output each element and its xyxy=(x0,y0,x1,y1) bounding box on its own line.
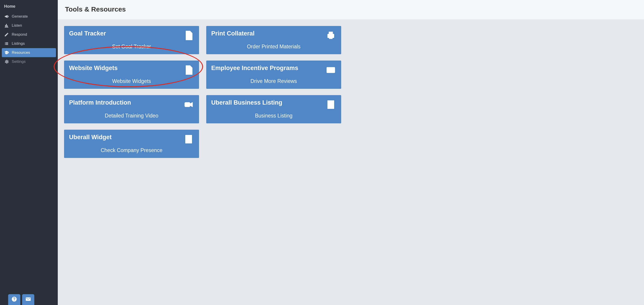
envelope-icon xyxy=(25,296,31,303)
sidebar-item-label: Listen xyxy=(12,23,22,28)
svg-rect-9 xyxy=(330,107,332,109)
svg-point-0 xyxy=(187,35,188,36)
card-uberall-widget[interactable]: Uberall Widget xyxy=(64,130,199,158)
card-platform-introduction[interactable]: Platform Introduction Detailed Training … xyxy=(64,95,199,123)
card-subtitle: Detailed Training Video xyxy=(69,113,194,119)
svg-rect-10 xyxy=(329,102,330,103)
card-title: Uberall Business Listing xyxy=(211,99,282,106)
svg-rect-3 xyxy=(329,37,332,39)
svg-rect-6 xyxy=(328,71,330,72)
svg-rect-13 xyxy=(329,103,330,104)
card-uberall-business-listing[interactable]: Uberall Business Listing xyxy=(206,95,341,123)
card-title: Uberall Widget xyxy=(69,134,112,141)
card-subtitle: Business Listing xyxy=(211,113,336,119)
svg-rect-20 xyxy=(188,141,190,143)
credit-card-icon xyxy=(326,65,336,76)
building-icon xyxy=(183,134,194,145)
svg-rect-21 xyxy=(187,137,188,138)
svg-rect-26 xyxy=(190,138,190,139)
card-title: Employee Incentive Programs xyxy=(211,65,298,72)
megaphone-icon xyxy=(4,14,9,19)
card-employee-incentive[interactable]: Employee Incentive Programs Drive More R… xyxy=(206,61,341,89)
card-subtitle: Order Printed Materials xyxy=(211,44,336,50)
svg-rect-5 xyxy=(327,69,335,70)
sidebar-item-generate[interactable]: Generate xyxy=(2,12,56,21)
building-icon xyxy=(326,99,336,110)
sidebar-item-resources[interactable]: Resources xyxy=(2,48,56,57)
svg-rect-15 xyxy=(332,103,332,104)
sidebar: Home Generate Listen Respond xyxy=(0,0,58,305)
sidebar-home-link[interactable]: Home xyxy=(0,0,58,12)
edit-icon xyxy=(4,32,9,37)
sidebar-nav: Generate Listen Respond Listings xyxy=(0,12,58,66)
video-camera-icon xyxy=(183,99,194,110)
image-file-icon xyxy=(183,30,194,41)
card-title: Goal Tracker xyxy=(69,30,106,37)
svg-rect-23 xyxy=(190,137,190,138)
sidebar-item-respond[interactable]: Respond xyxy=(2,30,56,39)
card-subtitle: Set Goal Tracker xyxy=(69,44,194,50)
svg-rect-7 xyxy=(185,102,190,107)
bar-chart-icon xyxy=(4,23,9,28)
sidebar-item-label: Generate xyxy=(12,14,28,19)
sidebar-item-label: Respond xyxy=(12,32,27,37)
sidebar-item-label: Settings xyxy=(12,59,26,64)
svg-rect-2 xyxy=(329,32,332,34)
graduation-cap-icon xyxy=(4,50,9,55)
card-subtitle: Website Widgets xyxy=(69,78,194,84)
card-title: Print Collateral xyxy=(211,30,254,37)
card-print-collateral[interactable]: Print Collateral Order Printed Materials xyxy=(206,26,341,54)
svg-rect-22 xyxy=(188,137,189,138)
content: Goal Tracker Set Goal Tracker xyxy=(58,20,644,305)
help-button[interactable] xyxy=(8,294,20,305)
svg-rect-18 xyxy=(332,105,332,106)
card-website-widgets[interactable]: Website Widgets Website Widgets xyxy=(64,61,199,89)
card-title: Website Widgets xyxy=(69,65,118,72)
sidebar-bottom-buttons xyxy=(0,290,34,305)
svg-rect-12 xyxy=(332,102,332,103)
svg-rect-11 xyxy=(330,102,331,103)
help-icon xyxy=(11,296,17,303)
printer-icon xyxy=(326,30,336,41)
sidebar-item-label: Resources xyxy=(12,50,30,55)
svg-rect-14 xyxy=(330,103,331,104)
svg-rect-24 xyxy=(187,138,188,139)
card-subtitle: Drive More Reviews xyxy=(211,78,336,84)
sidebar-item-listen[interactable]: Listen xyxy=(2,21,56,30)
sidebar-item-label: Listings xyxy=(12,41,25,46)
code-file-icon xyxy=(183,65,194,76)
main-header: Tools & Resources xyxy=(58,0,644,20)
svg-rect-27 xyxy=(187,139,188,140)
main: Tools & Resources Goal Tracker xyxy=(58,0,644,305)
svg-rect-16 xyxy=(329,105,330,106)
svg-rect-25 xyxy=(188,138,189,139)
svg-rect-17 xyxy=(330,105,331,106)
page-title: Tools & Resources xyxy=(65,6,637,13)
card-goal-tracker[interactable]: Goal Tracker Set Goal Tracker xyxy=(64,26,199,54)
messages-button[interactable] xyxy=(22,294,34,305)
sidebar-item-settings[interactable]: Settings xyxy=(2,57,56,66)
card-grid: Goal Tracker Set Goal Tracker xyxy=(64,26,638,158)
card-title: Platform Introduction xyxy=(69,99,131,106)
card-subtitle: Check Company Presence xyxy=(69,147,194,153)
svg-rect-29 xyxy=(190,139,190,140)
list-icon xyxy=(4,41,9,46)
gear-icon xyxy=(4,59,9,64)
svg-rect-28 xyxy=(188,139,189,140)
sidebar-item-listings[interactable]: Listings xyxy=(2,39,56,48)
